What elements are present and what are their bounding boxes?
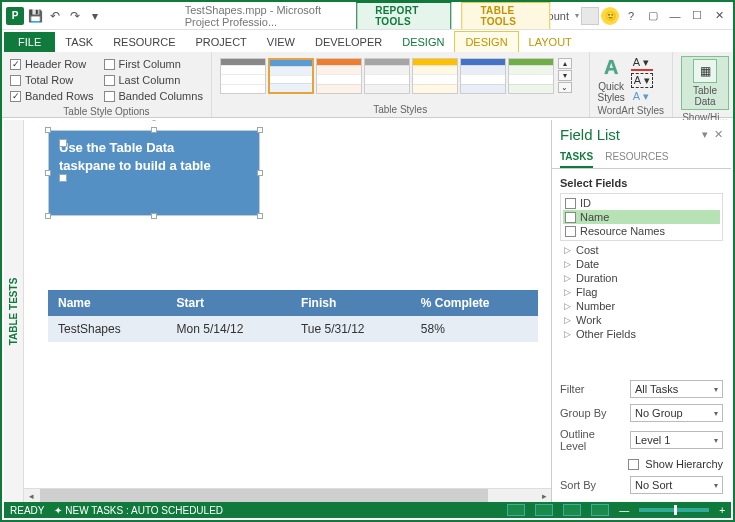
resize-handle[interactable] (45, 170, 51, 176)
resize-handle[interactable] (257, 170, 263, 176)
group-select[interactable]: No Group▾ (630, 404, 723, 422)
cell-finish[interactable]: Tue 5/31/12 (291, 316, 411, 342)
col-pct[interactable]: % Complete (411, 290, 538, 316)
gallery-down-icon[interactable]: ▾ (558, 70, 572, 81)
resize-handle[interactable] (257, 127, 263, 133)
table-style-4[interactable] (364, 58, 410, 94)
view-btn-1[interactable] (507, 504, 525, 516)
col-finish[interactable]: Finish (291, 290, 411, 316)
tab-developer[interactable]: DEVELOPER (305, 32, 392, 52)
pane-options-icon[interactable]: ▾ (702, 128, 708, 141)
text-outline-icon[interactable]: A ▾ (631, 73, 653, 88)
horizontal-scrollbar[interactable]: ◂ ▸ (24, 488, 551, 502)
chk-field-resnames[interactable] (565, 226, 576, 237)
tab-project[interactable]: PROJECT (186, 32, 257, 52)
tab-report-design[interactable]: DESIGN (392, 32, 454, 52)
outline-select[interactable]: Level 1▾ (630, 431, 723, 449)
resize-handle[interactable] (151, 213, 157, 219)
ribbon-collapse-icon[interactable]: ▢ (643, 7, 663, 25)
scroll-right-icon[interactable]: ▸ (537, 489, 551, 502)
cell-start[interactable]: Mon 5/14/12 (167, 316, 291, 342)
tree-number[interactable]: Number (576, 300, 615, 312)
textbox-selected[interactable]: Use the Table Data taskpane to build a t… (48, 130, 260, 216)
tree-cost[interactable]: Cost (576, 244, 599, 256)
table-style-5[interactable] (412, 58, 458, 94)
chk-banded-rows[interactable] (10, 91, 21, 102)
vertical-tab[interactable]: TABLE TESTS (4, 120, 24, 502)
chk-first-col[interactable] (104, 59, 115, 70)
pane-tab-tasks[interactable]: TASKS (560, 147, 593, 168)
zoom-slider[interactable] (639, 508, 709, 512)
scroll-thumb[interactable] (40, 489, 488, 502)
status-schedule-mode[interactable]: ✦ NEW TASKS : AUTO SCHEDULED (54, 505, 223, 516)
resize-handle[interactable] (257, 213, 263, 219)
pane-close-icon[interactable]: ✕ (714, 128, 723, 141)
text-effects-icon[interactable]: A ▾ (631, 90, 653, 103)
field-resnames[interactable]: Resource Names (580, 225, 665, 237)
resize-handle[interactable] (45, 213, 51, 219)
sort-select[interactable]: No Sort▾ (630, 476, 723, 494)
text-fill-icon[interactable]: A ▾ (631, 56, 653, 71)
view-btn-2[interactable] (535, 504, 553, 516)
quick-styles-button[interactable]: Quick Styles (598, 81, 625, 103)
wordart-preview-icon[interactable]: A (604, 56, 618, 79)
report-canvas[interactable]: Use the Table Data taskpane to build a t… (24, 120, 551, 502)
chk-total-row[interactable] (10, 75, 21, 86)
filter-select[interactable]: All Tasks▾ (630, 380, 723, 398)
tree-work[interactable]: Work (576, 314, 601, 326)
qat-save-icon[interactable]: 💾 (26, 7, 44, 25)
avatar[interactable] (581, 7, 599, 25)
table-style-1[interactable] (220, 58, 266, 94)
view-btn-3[interactable] (563, 504, 581, 516)
tree-flag[interactable]: Flag (576, 286, 597, 298)
tree-date[interactable]: Date (576, 258, 599, 270)
chk-header-row[interactable] (10, 59, 21, 70)
pane-tab-resources[interactable]: RESOURCES (605, 147, 668, 168)
chk-field-id[interactable] (565, 198, 576, 209)
tab-layout[interactable]: LAYOUT (519, 32, 582, 52)
zoom-in-icon[interactable]: + (719, 505, 725, 516)
chk-banded-cols[interactable] (104, 91, 115, 102)
chk-field-name[interactable] (565, 212, 576, 223)
cell-pct[interactable]: 58% (411, 316, 538, 342)
close-icon[interactable]: ✕ (709, 7, 729, 25)
table-style-3[interactable] (316, 58, 362, 94)
help-icon[interactable]: ? (621, 7, 641, 25)
tab-task[interactable]: TASK (55, 32, 103, 52)
group-label-style-options: Table Style Options (10, 104, 203, 119)
tree-other[interactable]: Other Fields (576, 328, 636, 340)
outline-value: Level 1 (635, 434, 670, 446)
qat-undo-icon[interactable]: ↶ (46, 7, 64, 25)
cell-name[interactable]: TestShapes (48, 316, 167, 342)
minimize-icon[interactable]: — (665, 7, 685, 25)
resize-handle[interactable] (45, 127, 51, 133)
touch-mode-icon[interactable]: 🙂 (601, 7, 619, 25)
table-data-button[interactable]: ▦ Table Data (681, 56, 729, 110)
view-btn-4[interactable] (591, 504, 609, 516)
chk-show-hierarchy[interactable] (628, 459, 639, 470)
report-table[interactable]: Name Start Finish % Complete TestShapes … (48, 290, 538, 342)
col-start[interactable]: Start (167, 290, 291, 316)
table-style-6[interactable] (460, 58, 506, 94)
tab-view[interactable]: VIEW (257, 32, 305, 52)
tab-resource[interactable]: RESOURCE (103, 32, 185, 52)
scroll-left-icon[interactable]: ◂ (24, 489, 38, 502)
table-style-7[interactable] (508, 58, 554, 94)
field-name[interactable]: Name (580, 211, 609, 223)
chk-last-col[interactable] (104, 75, 115, 86)
gallery-more-icon[interactable]: ⌄ (558, 82, 572, 93)
table-style-2[interactable] (268, 58, 314, 94)
maximize-icon[interactable]: ☐ (687, 7, 707, 25)
tab-file[interactable]: FILE (4, 32, 55, 52)
col-name[interactable]: Name (48, 290, 167, 316)
qat-dropdown-icon[interactable]: ▾ (86, 7, 104, 25)
qat-redo-icon[interactable]: ↷ (66, 7, 84, 25)
resize-handle[interactable] (151, 127, 157, 133)
field-id[interactable]: ID (580, 197, 591, 209)
group-show-hide: ▦ Table Data Show/Hi... (673, 52, 733, 117)
gallery-up-icon[interactable]: ▴ (558, 58, 572, 69)
rotate-handle[interactable] (150, 120, 158, 121)
tree-duration[interactable]: Duration (576, 272, 618, 284)
zoom-out-icon[interactable]: — (619, 505, 629, 516)
tab-table-design[interactable]: DESIGN (454, 31, 518, 52)
